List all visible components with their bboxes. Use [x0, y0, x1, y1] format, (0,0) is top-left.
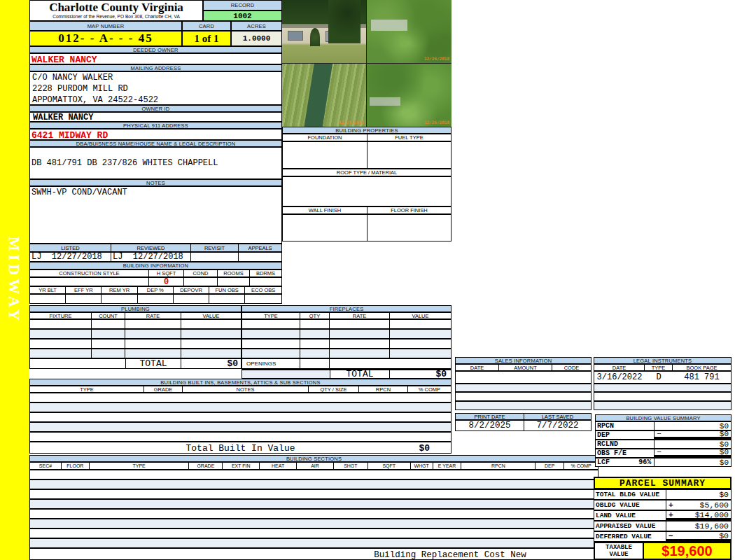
empty-cell — [330, 320, 390, 328]
building-sections-row — [29, 528, 598, 538]
floor-header: FLOOR — [62, 463, 90, 469]
photo-timestamp: 12/26/2018 — [424, 56, 449, 61]
cond-header: COND — [184, 270, 218, 276]
parcel-value: $0 — [719, 531, 729, 540]
qty-header: QTY — [300, 313, 330, 318]
fireplaces-total-row: TOTAL $0 — [241, 369, 451, 379]
fixture-header: FIXTURE — [30, 313, 92, 318]
fireplaces-total-label: TOTAL — [330, 370, 390, 378]
empty-cell — [92, 320, 125, 328]
built-ins-row — [29, 432, 451, 442]
effyr-header: EFF YR — [66, 287, 102, 293]
parcel-value: $14,000 — [695, 510, 729, 519]
legal-row — [594, 392, 732, 401]
plumbing-total-label: TOTAL — [125, 359, 181, 368]
count-header: COUNT — [92, 313, 125, 318]
floor-finish-value — [368, 215, 451, 241]
empty-cell — [390, 330, 451, 338]
empty-cell — [242, 320, 300, 328]
pct-comp-header: % COMP — [408, 386, 451, 392]
building-sections-title: BUILDING SECTIONS — [29, 455, 598, 462]
bvs-value: $0 — [720, 448, 729, 456]
parcel-row-land: LAND VALUE +$14,000 — [594, 510, 732, 521]
building-sections-row — [29, 519, 598, 528]
empty-cell — [181, 320, 241, 328]
legal-type-value: D — [645, 372, 673, 382]
empty-cell — [102, 295, 137, 303]
parcel-row-obldg: OBLDG VALUE +$5,600 — [594, 500, 732, 510]
sales-info-title: SALES INFORMATION — [455, 357, 592, 364]
value-header: VALUE — [181, 313, 241, 318]
empty-cell — [181, 340, 241, 348]
empty-cell — [300, 330, 330, 338]
bvs-title: BUILDING VALUE SUMMARY — [595, 414, 732, 421]
legal-header-row: DATE TYPE BOOK PAGE — [594, 364, 732, 371]
wall-floor-value-row — [282, 214, 451, 241]
parcel-value: $19,600 — [695, 522, 729, 531]
sales-code-header: CODE — [552, 365, 591, 370]
grade-header: GRADE — [144, 386, 183, 392]
property-record-card: MIDWAY Charlotte County Virginia Commiss… — [0, 0, 735, 560]
appeals-header: APPEALS — [239, 244, 281, 251]
empty-cell — [30, 330, 92, 338]
cond-value — [184, 278, 218, 286]
wall-finish-header: WALL FINISH — [283, 207, 368, 214]
bvs-label: OBS F/E — [596, 449, 654, 457]
empty-cell — [242, 370, 330, 378]
bvs-op: − — [657, 430, 662, 438]
fireplaces-total-value: $0 — [390, 370, 449, 378]
empty-cell — [30, 340, 92, 348]
empty-cell — [66, 295, 102, 303]
district-watermark: MIDWAY — [5, 237, 23, 324]
taxable-label-line1: TAXABLE — [606, 544, 632, 551]
pct-comp-header: % COMP — [564, 463, 598, 469]
fuel-type-header: FUEL TYPE — [368, 134, 451, 141]
empty-cell — [125, 320, 181, 328]
photo-mobile-home — [282, 0, 366, 63]
bvs-label: DEP — [596, 431, 654, 439]
photo-overgrown-pines-1: 12/26/2018 — [367, 0, 451, 63]
fireplaces-openings-row: OPENINGS — [241, 358, 451, 369]
empty-cell — [138, 295, 174, 303]
listed-value: LJ 12/27/2018 — [30, 253, 111, 261]
empty-cell — [390, 349, 451, 358]
bvs-row-lcf: LCF96% $0 — [595, 458, 732, 467]
building-sections-row — [29, 509, 598, 519]
print-date-value: 8/2/2025 — [456, 421, 524, 430]
building-info-value-row1: 0 — [29, 277, 282, 286]
left-margin-strip: MIDWAY — [0, 0, 29, 560]
fireplaces-header-row: TYPE QTY RATE VALUE — [241, 312, 451, 319]
building-sections-footer-row: Building Replacement Cost New — [29, 548, 598, 560]
built-ins-title: BUILDING BUILT INS, BASEMENTS, ATTICS & … — [29, 379, 451, 386]
sales-header-row: DATE AMOUNT CODE — [455, 364, 592, 371]
foundation-value — [283, 142, 368, 168]
bvs-label: RCLND — [596, 440, 654, 448]
built-ins-total-label: Total Built In Value — [30, 443, 451, 454]
sales-row — [455, 401, 592, 410]
physical-address-header: PHYSICAL 911 ADDRESS — [29, 122, 282, 129]
parcel-taxable-row: TAXABLE VALUE $19,600 — [594, 542, 732, 560]
remyr-header: REM YR — [102, 287, 137, 293]
built-ins-row — [29, 393, 451, 402]
bvs-value: $0 — [720, 422, 729, 430]
bvs-row-obs: OBS F/E −$0 — [595, 449, 732, 458]
building-sections-row — [29, 470, 598, 479]
notes-header: NOTES — [183, 386, 309, 392]
foundation-fuel-header-row: FOUNDATION FUEL TYPE — [282, 134, 451, 141]
last-saved-header: LAST SAVED — [524, 414, 591, 419]
plumbing-header-row: FIXTURE COUNT RATE VALUE — [29, 312, 241, 319]
rpcn-header: RPCN — [461, 463, 536, 469]
acres-value: 1.0000 — [231, 31, 282, 46]
legal-bookpage-value: 481 791 — [673, 372, 731, 382]
card-header: CARD — [182, 21, 231, 31]
deeded-owner-header: DEEDED OWNER — [29, 46, 282, 53]
rooms-value — [218, 278, 250, 286]
appeals-value — [239, 253, 281, 261]
openings-label: OPENINGS — [242, 359, 300, 368]
empty-cell — [92, 330, 125, 338]
bvs-op: − — [657, 448, 662, 456]
empty-cell — [30, 349, 92, 358]
roof-type-header: ROOF TYPE / MATERIAL — [282, 169, 451, 176]
empty-cell — [30, 295, 66, 303]
legal-title: LEGAL INSTRUMENTS — [594, 357, 732, 364]
